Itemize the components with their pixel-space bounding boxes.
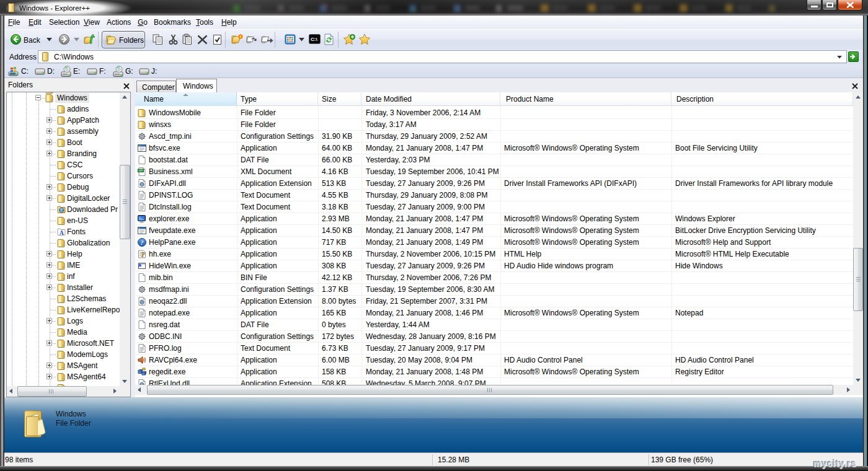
svg-text:C:\: C:\ xyxy=(311,37,317,42)
